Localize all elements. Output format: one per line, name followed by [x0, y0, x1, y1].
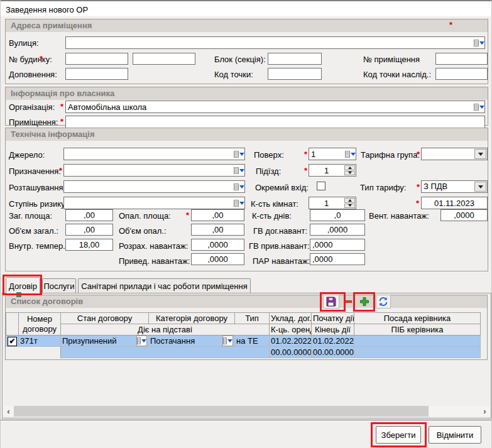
cancel-button[interactable]: Відмінити: [429, 426, 481, 444]
rooms-input[interactable]: [309, 197, 344, 209]
spinner-buttons[interactable]: [344, 165, 355, 175]
source-input[interactable]: [64, 148, 234, 160]
cell-pib[interactable]: [354, 347, 481, 358]
header-start[interactable]: Початку дії: [312, 313, 354, 324]
risk-input[interactable]: [64, 197, 234, 209]
rooms-stepper[interactable]: [309, 197, 356, 209]
point-code-next-input[interactable]: [435, 68, 488, 80]
scroll-right-arrow-icon[interactable]: ›: [479, 406, 490, 417]
remove-row-button[interactable]: [342, 295, 353, 309]
cell-position[interactable]: [354, 336, 481, 347]
dropdown-arrow-icon[interactable]: [474, 149, 486, 159]
header-pib[interactable]: ПІБ керівника: [354, 324, 481, 336]
street-field[interactable]: [65, 36, 485, 49]
street-input[interactable]: [66, 37, 474, 48]
location-field[interactable]: [63, 180, 245, 193]
header-rent-count[interactable]: К-ць. оренд: [270, 324, 312, 336]
purpose-field[interactable]: [63, 164, 245, 177]
gv-reduced-load-input[interactable]: [310, 239, 365, 251]
combo-arrow-icon[interactable]: [345, 148, 356, 160]
horizontal-scrollbar[interactable]: ‹ ›: [3, 406, 490, 417]
cell-rent-count[interactable]: 00.00.0000: [270, 347, 312, 358]
table-row[interactable]: 00.00.0000 00.00.0000: [6, 347, 481, 358]
cell-category[interactable]: Постачання: [149, 336, 235, 347]
refresh-button[interactable]: [376, 295, 391, 309]
vent-load-input[interactable]: [440, 209, 488, 221]
floor-field[interactable]: [309, 148, 356, 160]
cell-start[interactable]: 01.02.2022: [312, 336, 354, 347]
scrollbar-thumb[interactable]: [14, 406, 429, 417]
heated-area-input[interactable]: [191, 209, 244, 221]
days-input[interactable]: [310, 209, 365, 221]
combo-arrow-icon[interactable]: [222, 336, 233, 346]
spin-down-icon[interactable]: [344, 171, 355, 176]
spin-up-icon[interactable]: [344, 165, 355, 170]
save-row-button[interactable]: [323, 295, 339, 309]
header-category[interactable]: Категорія договору: [149, 313, 235, 324]
volume-heated-input[interactable]: [191, 224, 244, 236]
block-input[interactable]: [268, 53, 322, 65]
tariff-group-select[interactable]: [421, 148, 488, 160]
tab-services[interactable]: Послуги: [42, 278, 76, 293]
combo-arrow-icon[interactable]: [474, 101, 484, 112]
building-number2-input[interactable]: [133, 53, 195, 65]
entrance-label: Підїзд:: [256, 167, 281, 176]
spinner-buttons[interactable]: [344, 198, 355, 208]
addition-input[interactable]: [65, 68, 128, 80]
row-checkbox-cell[interactable]: ✔: [6, 336, 19, 347]
entrance-stepper[interactable]: [309, 164, 356, 177]
header-concluded[interactable]: Уклад. дог.: [270, 313, 312, 324]
spin-up-icon[interactable]: [344, 198, 355, 203]
source-field[interactable]: [63, 148, 245, 160]
tariff-type-select[interactable]: З ПДВ: [421, 180, 488, 193]
floor-input[interactable]: [309, 148, 345, 160]
cell-concluded[interactable]: 01.02.2022: [270, 336, 312, 347]
reduced-load-input[interactable]: [191, 253, 244, 265]
combo-arrow-icon[interactable]: [474, 37, 484, 48]
header-state[interactable]: Стан договору: [61, 313, 149, 324]
separate-entrance-checkbox[interactable]: [317, 182, 325, 190]
tariff-date-input[interactable]: [421, 197, 488, 209]
cell-basis[interactable]: [61, 347, 270, 358]
header-end[interactable]: Кінець дії: [312, 324, 354, 336]
combo-arrow-icon[interactable]: [234, 181, 244, 192]
header-number[interactable]: Номер договору: [19, 313, 61, 336]
volume-total-input[interactable]: [65, 224, 113, 236]
combo-arrow-icon[interactable]: [234, 148, 244, 160]
building-number-input[interactable]: [65, 53, 128, 65]
cell-type[interactable]: на ТЕ: [235, 336, 270, 347]
dropdown-arrow-icon[interactable]: [474, 182, 486, 192]
add-row-button[interactable]: [356, 295, 373, 309]
cell-state[interactable]: Призупинений: [61, 336, 149, 347]
total-area-input[interactable]: [65, 209, 113, 221]
purpose-input[interactable]: [64, 165, 234, 176]
cell-end[interactable]: 00.00.0000: [312, 347, 354, 358]
cell-number[interactable]: 371т: [19, 336, 61, 347]
entrance-input[interactable]: [309, 165, 344, 176]
row-checkbox[interactable]: ✔: [8, 337, 17, 346]
scroll-left-arrow-icon[interactable]: ‹: [3, 406, 14, 417]
combo-arrow-icon[interactable]: [136, 336, 147, 346]
header-basis[interactable]: Діє на підставі: [61, 324, 270, 336]
risk-field[interactable]: [63, 197, 245, 209]
spin-down-icon[interactable]: [344, 204, 355, 209]
indoor-temp-input[interactable]: [65, 239, 113, 251]
tariff-group-value: [422, 148, 474, 160]
combo-arrow-icon[interactable]: [234, 197, 244, 209]
tab-sanitary[interactable]: Санітарні прилади і час роботи приміщенн…: [78, 278, 251, 293]
premise-input[interactable]: [65, 116, 485, 128]
header-position[interactable]: Посада керівника: [354, 313, 481, 324]
gv-contract-load-input[interactable]: [310, 224, 365, 236]
save-button[interactable]: Зберегти: [376, 426, 421, 444]
organization-input[interactable]: [66, 101, 474, 112]
table-row[interactable]: ✔ 371т Призупинений Постачання на ТЕ 01.…: [6, 336, 481, 347]
tab-contract[interactable]: Договір: [6, 277, 40, 294]
point-code-input[interactable]: [268, 68, 322, 80]
premise-no-input[interactable]: [435, 53, 488, 65]
organization-field[interactable]: [65, 101, 485, 113]
header-type[interactable]: Тип: [235, 313, 270, 324]
par-load-input[interactable]: [310, 253, 365, 265]
combo-arrow-icon[interactable]: [234, 165, 244, 176]
location-input[interactable]: [64, 181, 234, 192]
calc-load-input[interactable]: [191, 239, 244, 251]
